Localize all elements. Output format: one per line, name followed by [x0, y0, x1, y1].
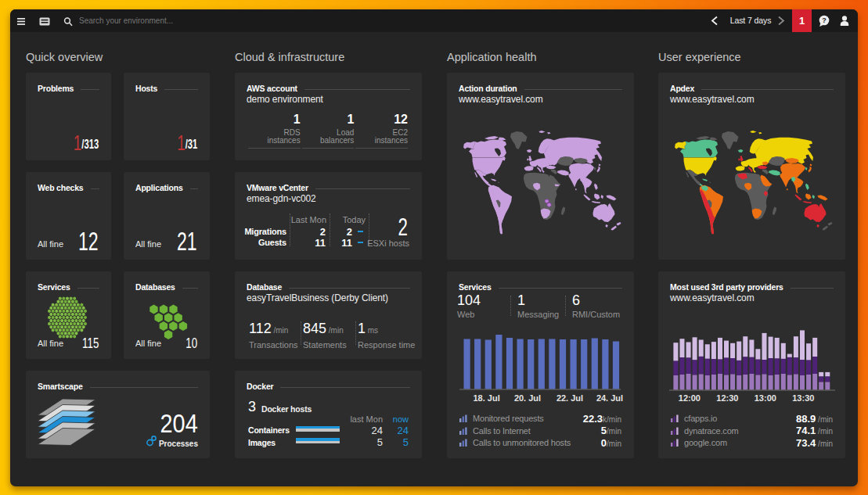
svg-text:?: ? [822, 16, 827, 24]
